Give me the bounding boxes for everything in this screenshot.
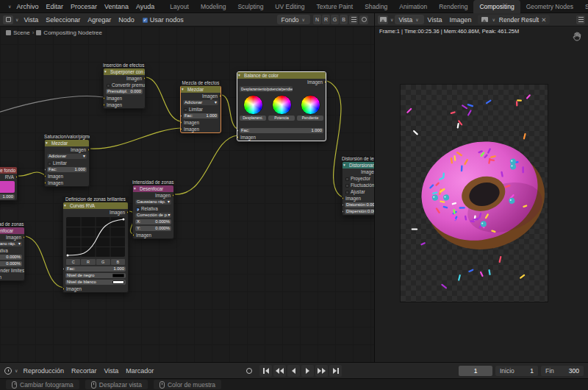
hsv-mix-output-imagen[interactable]: Imagen [45, 146, 89, 153]
hsv-mix-input-socket[interactable] [45, 174, 46, 178]
lens-distortion-input-socket[interactable] [343, 210, 344, 213]
color-swatch[interactable] [112, 274, 124, 277]
snapping-icon[interactable] [349, 15, 358, 24]
tab-rendering[interactable]: Rendering [433, 0, 473, 13]
node-rgb-curves[interactable]: Definicion de zonas brillantesCurvas RVA… [62, 202, 129, 293]
color-wheel[interactable] [301, 95, 320, 115]
alpha-over-input-imagen[interactable]: Imagen [104, 102, 145, 108]
node-lens-distortion[interactable]: Distorsión de lenteDistorsionar lenteIma… [342, 161, 374, 216]
wheel-slider[interactable]: Desplazami. [240, 116, 266, 121]
lens-distortion-input-socket[interactable] [343, 203, 344, 207]
lens-distortion-slider-dispersi-n[interactable]: Dispersión:0.002 [343, 208, 374, 215]
hsv-mix-output-socket[interactable] [87, 148, 89, 152]
curve-channel-c[interactable]: C [66, 259, 80, 265]
node-blur-2[interactable]: Intensidad de zonas br..DesenfocarImagen… [0, 227, 25, 281]
color-balance-input-socket[interactable] [237, 129, 239, 132]
alpha-over-output-imagen[interactable]: Imagen [104, 75, 145, 82]
checkbox[interactable] [107, 84, 110, 88]
curve-area[interactable] [66, 217, 125, 257]
blur-2-check-extender-l-mites[interactable]: Extender límites [0, 267, 24, 274]
glare-blur-slider-x[interactable]: X:0.000% [133, 219, 173, 225]
node-menu-seleccionar[interactable]: Seleccionar [42, 16, 84, 24]
alpha-over-output-socket[interactable] [143, 77, 145, 80]
rgb-curves-input-socket[interactable] [63, 267, 65, 271]
auto-key-icon[interactable] [246, 368, 252, 374]
image-menu-vista[interactable]: Vista [424, 16, 446, 24]
color-balance-slider-fac[interactable]: Fac:1.000 [237, 127, 326, 134]
glare-blur-dropdown-gaussiano-r-p[interactable]: Gaussiano ráp.▾ [133, 199, 173, 205]
blur-2-check-relativa[interactable]: Relativa [0, 247, 24, 254]
mix-effects-slider-fac[interactable]: Fac:1.000 [181, 113, 220, 119]
node-header[interactable]: Balance de color [237, 72, 326, 79]
use-nodes-toggle[interactable]: Usar nodos [143, 16, 184, 24]
blur-2-output-socket[interactable] [23, 235, 24, 239]
timeline-menu-recortar[interactable]: Recortar [68, 367, 101, 375]
rgb-curves-swatch-nivel-de-blanco[interactable]: Nivel de blanco [63, 279, 128, 286]
mix-effects-output-imagen[interactable]: Imagen [181, 93, 220, 99]
rgb-curves-swatch-nivel-de-negro[interactable]: Nivel de negro [63, 272, 128, 279]
prev-keyframe-button[interactable] [273, 365, 286, 377]
node-header[interactable]: Superponer con alfa [104, 68, 145, 75]
play-button[interactable] [301, 365, 314, 377]
mode-dropdown[interactable]: Vista ∨ [395, 15, 423, 24]
jump-end-button[interactable] [329, 365, 342, 377]
alpha-over-input-socket[interactable] [104, 103, 105, 107]
node-header[interactable]: Mezclar [45, 140, 89, 146]
checkbox[interactable] [345, 184, 349, 188]
tab-uv-editing[interactable]: UV Editing [269, 0, 310, 13]
rgb-curves-slider-fac[interactable]: Fac:1.000 [63, 266, 128, 272]
wheel-slider[interactable]: Pendiente [297, 116, 323, 121]
current-frame-field[interactable]: 1 [459, 366, 492, 376]
curve-channel-r[interactable]: R [81, 259, 95, 265]
color-balance-input-socket[interactable] [237, 135, 239, 139]
channel-b[interactable]: B [340, 15, 348, 24]
node-color-balance[interactable]: Balance de colorImagenFórmula de corre..… [237, 71, 326, 141]
background-color-color-swatch[interactable] [0, 180, 17, 194]
tab-animation[interactable]: Animation [393, 0, 433, 13]
mix-effects-output-socket[interactable] [219, 94, 220, 98]
color-balance-input-imagen[interactable]: Imagen [237, 134, 326, 141]
glare-blur-dropdown-correcci-n-de-p[interactable]: Corrección de p.▾ [133, 212, 173, 219]
glare-blur-input-imagen[interactable]: Imagen [133, 232, 173, 238]
node-header[interactable]: Color de fondo [0, 167, 17, 174]
alpha-over-input-socket[interactable] [104, 96, 105, 100]
checkbox[interactable] [48, 162, 51, 166]
play-reverse-button[interactable] [287, 365, 300, 377]
hsv-mix-input-imagen[interactable]: Imagen [45, 173, 89, 180]
channel-g[interactable]: G [331, 15, 339, 24]
timeline-menu-reproducci-n[interactable]: Reproducción [19, 367, 68, 375]
tab-texture-paint[interactable]: Texture Paint [311, 0, 359, 13]
rgb-curves-channel-buttons[interactable]: CRGB [63, 258, 128, 266]
hsv-mix-input-socket[interactable] [45, 181, 46, 185]
tab-scripting[interactable]: Scripting [579, 0, 588, 13]
node-mix-effects[interactable]: Mezcla de efectosMezclarImagenAdicionar▾… [180, 85, 221, 133]
color-swatch[interactable] [112, 280, 124, 284]
checkbox[interactable] [345, 177, 349, 181]
node-header[interactable]: Mezclar [181, 86, 220, 93]
glare-blur-output-imagen[interactable]: Imagen [133, 192, 173, 199]
overlays-icon[interactable] [359, 15, 368, 24]
node-glare-blur[interactable]: Intensidad de zonas BrillantesDesenfocar… [132, 185, 174, 239]
timeline-menu-vista[interactable]: Vista [100, 367, 122, 375]
hsv-mix-input-imagen[interactable]: Imagen [45, 180, 89, 186]
frame-start-field[interactable]: Inicio1 [495, 366, 538, 376]
frame-end-field[interactable]: Fin300 [541, 366, 584, 376]
menu-procesar[interactable]: Procesar [67, 3, 101, 10]
image-datablock[interactable]: ∨ Render Result ✕ [478, 15, 550, 24]
hsv-mix-dropdown-adicionar[interactable]: Adicionar▾ [45, 153, 89, 160]
glare-blur-slider-y[interactable]: Y:0.000% [133, 225, 173, 232]
use-nodes-checkbox[interactable] [143, 18, 148, 23]
node-canvas[interactable]: Scene › Compositing Nodetree Inserción d… [0, 26, 374, 362]
menu-archivo[interactable]: Archivo [12, 3, 42, 10]
color-wheel[interactable] [243, 95, 263, 115]
lens-distortion-slider-distorsi-n[interactable]: Distorsión:0.000 [343, 202, 374, 208]
lens-distortion-check-proyector[interactable]: Proyector [343, 175, 374, 182]
tab-shading[interactable]: Shading [359, 0, 393, 13]
tab-geometry-nodes[interactable]: Geometry Nodes [520, 0, 579, 13]
options-icon[interactable] [576, 15, 585, 24]
wheel-potencia[interactable]: Potencia [268, 95, 295, 126]
lens-distortion-output-imagen[interactable]: Imagen [343, 169, 374, 175]
next-keyframe-button[interactable] [315, 365, 328, 377]
color-balance-color-wheels[interactable]: Desplazami.PotenciaPendiente [237, 93, 326, 127]
channel-n[interactable]: N [313, 15, 321, 24]
